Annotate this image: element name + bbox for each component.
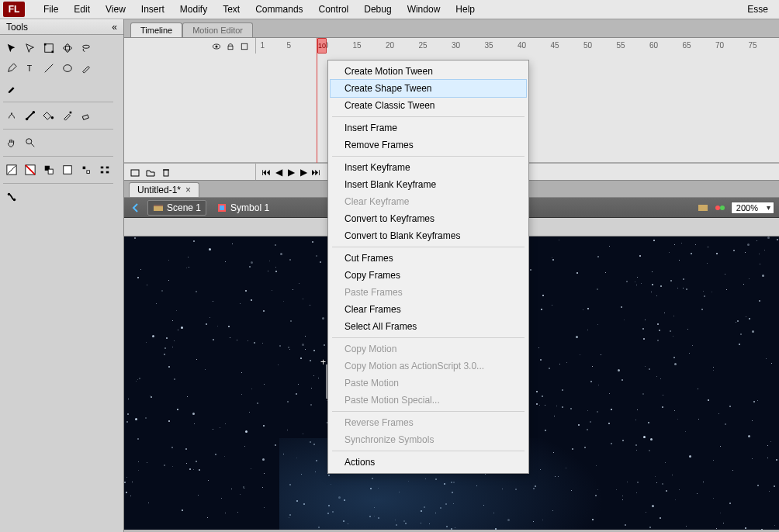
close-icon[interactable]: × (185, 185, 191, 195)
context-menu-item[interactable]: Actions (331, 454, 526, 471)
menu-separator (332, 156, 525, 157)
lock-icon[interactable] (226, 42, 235, 51)
menu-separator (332, 247, 525, 247)
context-menu-item[interactable]: Create Shape Tween (331, 80, 526, 97)
eye-icon[interactable] (212, 42, 221, 51)
context-menu-item[interactable]: Insert Frame (331, 119, 526, 136)
symbol-breadcrumb[interactable]: Symbol 1 (211, 200, 275, 216)
ruler-tick: 75 (749, 41, 757, 50)
new-folder-button[interactable] (144, 166, 157, 178)
svg-point-10 (51, 116, 54, 119)
context-menu-item[interactable]: Clear Frames (331, 301, 526, 318)
pen-tool[interactable] (3, 60, 20, 77)
subselection-tool[interactable] (22, 40, 39, 57)
black-white-swap[interactable] (40, 161, 57, 178)
menu-control[interactable]: Control (311, 1, 357, 18)
deco-tool[interactable] (3, 107, 20, 124)
context-menu-item[interactable]: Copy Frames (331, 267, 526, 284)
context-menu-item[interactable]: Insert Blank Keyframe (331, 176, 526, 193)
zoom-tool[interactable] (22, 134, 39, 151)
svg-rect-41 (698, 205, 708, 211)
options-icon[interactable] (96, 161, 113, 178)
ruler-tick: 45 (551, 41, 559, 50)
context-menu-item: Reverse Frames (331, 414, 526, 431)
svg-line-6 (45, 64, 54, 73)
menu-help[interactable]: Help (448, 1, 483, 18)
eyedropper-tool[interactable] (59, 107, 76, 124)
app-logo: FL (3, 2, 25, 17)
context-menu-item[interactable]: Create Classic Tween (331, 97, 526, 114)
edit-symbols-icon[interactable] (714, 202, 726, 214)
step-back-button[interactable]: ◀ (273, 167, 284, 178)
paint-bucket-tool[interactable] (40, 107, 57, 124)
timeline-tabbar: Timeline Motion Editor (124, 19, 779, 38)
panel-collapse-icon[interactable]: « (112, 22, 117, 33)
context-menu-item: Copy Motion (331, 340, 526, 358)
eraser-tool[interactable] (78, 107, 95, 124)
menu-view[interactable]: View (98, 1, 133, 18)
fill-color-swatch[interactable] (22, 161, 39, 178)
goto-last-button[interactable]: ⏭ (310, 167, 321, 178)
context-menu-item[interactable]: Select All Frames (331, 318, 526, 335)
svg-rect-26 (101, 171, 104, 174)
back-arrow-icon[interactable] (129, 201, 143, 215)
menu-text[interactable]: Text (215, 1, 248, 18)
play-button[interactable]: ▶ (286, 167, 296, 178)
svg-point-3 (64, 46, 72, 50)
menubar: FL File Edit View Insert Modify Text Com… (0, 0, 779, 19)
stroke-color-swatch[interactable] (3, 161, 20, 178)
no-color-icon[interactable] (59, 161, 76, 178)
new-layer-button[interactable] (129, 166, 141, 178)
step-forward-button[interactable]: ▶ (298, 167, 309, 178)
workspace-switcher[interactable]: Esse (739, 1, 776, 18)
hand-tool[interactable] (3, 134, 20, 151)
svg-line-14 (31, 143, 34, 147)
brush-tool[interactable] (3, 80, 20, 97)
rectangle-tool[interactable] (59, 60, 76, 77)
ruler-tick: 25 (419, 41, 428, 50)
scene-breadcrumb[interactable]: Scene 1 (147, 200, 206, 216)
frames-ruler[interactable]: 1510152025303540455055606570758010 (256, 38, 779, 54)
menu-window[interactable]: Window (400, 1, 448, 18)
ruler-tick: 40 (518, 41, 526, 50)
delete-layer-button[interactable] (160, 166, 172, 178)
goto-first-button[interactable]: ⏮ (261, 167, 272, 178)
lasso-tool[interactable] (78, 40, 95, 57)
line-tool[interactable] (40, 60, 57, 77)
ruler-tick: 30 (452, 41, 460, 50)
context-menu-item[interactable]: Convert to Blank Keyframes (331, 227, 526, 244)
menu-file[interactable]: File (36, 1, 66, 18)
menu-debug[interactable]: Debug (356, 1, 399, 18)
svg-point-31 (216, 45, 218, 47)
symbol-label: Symbol 1 (230, 202, 269, 213)
document-tab[interactable]: Untitled-1* × (129, 182, 199, 197)
context-menu-item[interactable]: Convert to Keyframes (331, 210, 526, 227)
free-transform-tool[interactable] (40, 40, 57, 57)
edit-scene-icon[interactable] (697, 202, 709, 214)
context-menu-item[interactable]: Cut Frames (331, 250, 526, 267)
svg-point-4 (65, 44, 69, 53)
menu-edit[interactable]: Edit (66, 1, 98, 18)
menu-modify[interactable]: Modify (172, 1, 215, 18)
playhead[interactable]: 10 (317, 38, 327, 54)
ruler-tick: 35 (485, 41, 493, 50)
menu-insert[interactable]: Insert (133, 1, 172, 18)
context-menu-item[interactable]: Insert Keyframe (331, 159, 526, 176)
ruler-tick: 20 (386, 41, 394, 50)
outline-icon[interactable] (240, 42, 249, 51)
context-menu-item[interactable]: Remove Frames (331, 136, 526, 154)
3d-rotation-tool[interactable] (59, 40, 76, 57)
svg-rect-32 (228, 46, 233, 50)
text-tool[interactable]: T (22, 60, 39, 77)
zoom-dropdown[interactable]: 200% (731, 202, 774, 214)
context-menu-item: Paste Motion (331, 375, 526, 392)
pencil-tool[interactable] (78, 60, 95, 77)
tab-timeline[interactable]: Timeline (130, 22, 182, 37)
context-menu-item[interactable]: Create Motion Tween (331, 63, 526, 80)
menu-commands[interactable]: Commands (248, 1, 310, 18)
snap-to-object[interactable] (3, 188, 20, 206)
swap-colors-icon[interactable] (78, 161, 95, 178)
selection-tool[interactable] (3, 40, 20, 57)
bone-tool[interactable] (22, 107, 39, 124)
tab-motion-editor[interactable]: Motion Editor (182, 22, 253, 37)
